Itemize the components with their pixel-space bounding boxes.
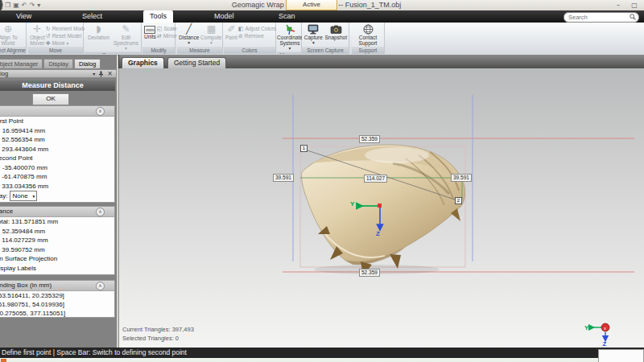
group-label: Object Alignment — [0, 47, 26, 54]
distance-section-header[interactable]: Distance ∧ — [0, 207, 114, 217]
ray-select[interactable]: None ▾ — [10, 191, 37, 201]
compute-icon: ▦ — [207, 24, 216, 35]
capture-button[interactable]: Capture ▾ — [303, 23, 324, 47]
first-point-label: First Point — [0, 117, 114, 126]
scene-canvas — [119, 68, 644, 348]
remove-button[interactable]: ⊘ Remove — [238, 33, 276, 39]
tab-select[interactable]: Select — [76, 10, 109, 23]
panel-tab-object-manager[interactable]: Object Manager — [0, 59, 43, 68]
current-triangles-label: Current Triangles: 397,493 — [122, 325, 194, 334]
deviation-button[interactable]: ◗ Deviation — [85, 23, 112, 51]
minimize-button[interactable]: – — [612, 2, 625, 9]
first-point-y: Y: 52.556354 mm — [0, 135, 114, 145]
deviation-icon: ◗ — [96, 24, 101, 35]
group-manage: Coordinate Systems ▾ Manage — [277, 23, 302, 54]
panel-tab-dialog[interactable]: Dialog — [74, 59, 101, 68]
move-button[interactable]: ✚ Move ▾ — [46, 40, 88, 47]
second-point-z: Z: 333.034356 mm — [0, 182, 114, 191]
view-orientation-axis-widget[interactable]: x Y Z — [584, 319, 617, 348]
second-point-label: Second Point — [0, 154, 114, 163]
group-screen-capture: Capture ▾ Snapshot Screen Capture — [302, 23, 349, 54]
reorient-model-icon: ↻ — [46, 26, 51, 32]
second-point-x: X: -35.400070 mm — [0, 163, 114, 173]
ribbon: ⊕ Align To World Object Alignment ✛ Obje… — [0, 23, 644, 56]
dialog-title: Measure Distance — [0, 80, 115, 91]
ray-label: Ray: — [0, 191, 7, 201]
align-to-world-button[interactable]: ⊕ Align To World — [0, 23, 25, 47]
collapse-icon[interactable]: ∧ — [96, 208, 105, 216]
panel-tabs: Object Manager Display Dialog — [0, 59, 101, 68]
dropdown-arrow-icon: ▾ — [210, 40, 213, 46]
nav-y-label: Y — [584, 324, 589, 331]
group-label: Measure — [177, 47, 222, 54]
adjust-colors-icon: ◧ — [238, 26, 244, 32]
line-section-header[interactable]: Line ∧ — [0, 106, 114, 117]
dropdown-arrow-icon: ▾ — [67, 40, 69, 47]
reset-model-button[interactable]: ↺ Reset Model — [46, 33, 88, 39]
panel-dropdown-icon[interactable]: ▾ — [93, 70, 95, 78]
reset-model-icon: ↺ — [46, 33, 51, 39]
bounding-box-section-box: Bounding Box (in mm) ∧ X: [-153.516411, … — [0, 280, 115, 318]
bounding-box-section-header[interactable]: Bounding Box (in mm) ∧ — [0, 281, 114, 291]
triad-y-label: Y — [350, 200, 354, 208]
panel-close-icon[interactable]: × — [107, 70, 113, 78]
dropdown-arrow-icon: ▾ — [289, 46, 291, 51]
contact-support-button[interactable]: Contact Support — [353, 23, 382, 47]
paint-button[interactable]: ✐ Paint — [225, 23, 238, 47]
tab-scan[interactable]: Scan — [272, 10, 302, 23]
dimension-height-right: 39.591 — [451, 174, 472, 182]
group-label: Colors — [224, 47, 275, 54]
first-point-z: Z: 293.443604 mm — [0, 145, 114, 154]
mirror-button[interactable]: ⇄ Mirror — [157, 33, 177, 39]
maximize-button[interactable]: ▢ — [628, 2, 641, 9]
measure-point-2-marker: 2 — [455, 197, 462, 204]
panel-tab-display[interactable]: Display — [43, 59, 73, 68]
search-icon — [630, 14, 636, 20]
tab-model[interactable]: Model — [208, 10, 241, 23]
adjust-colors-button[interactable]: ◧ Adjust Colors — [238, 26, 276, 32]
taskbar-app-icon[interactable] — [1, 359, 6, 362]
graphics-viewport[interactable]: 52.359 52.359 39.591 39.591 114.027 1 2 … — [118, 68, 644, 348]
group-label: Modify — [142, 47, 175, 54]
scale-icon: ◱ — [157, 26, 163, 32]
group-label: Move — [28, 47, 83, 54]
scale-button[interactable]: ◱ Scale — [157, 26, 177, 32]
search-input[interactable] — [567, 13, 630, 22]
select-arrow-icon: ▾ — [33, 192, 35, 200]
dialog-panel: Object Manager Display Dialog Dialog ▾ ×… — [0, 55, 117, 348]
dimension-width-bottom: 52.359 — [359, 269, 380, 277]
mirror-icon: ⇄ — [157, 33, 162, 39]
group-measure: ╱ Distance ▾ ▦ Compute ▾ Measure — [177, 23, 223, 54]
units-button[interactable]: mm Units — [143, 23, 157, 47]
snapshot-button[interactable]: Snapshot — [324, 23, 348, 47]
move-icon: ✚ — [46, 40, 51, 47]
on-surface-projection-checkbox[interactable]: On Surface Projection — [0, 254, 114, 264]
ok-button[interactable]: OK — [32, 93, 69, 105]
distance-button[interactable]: ╱ Distance ▾ — [178, 23, 200, 47]
pin-icon[interactable] — [98, 71, 104, 77]
dimension-height-left: 39.591 — [273, 174, 294, 182]
selected-triangles-label: Selected Triangles: 0 — [122, 334, 179, 343]
display-labels-checkbox[interactable]: Display Labels — [0, 264, 114, 274]
bbox-z-range: Z: [290.275055, 377.115051] — [0, 309, 114, 318]
group-object-alignment: ⊕ Align To World Object Alignment — [0, 23, 27, 54]
tab-tools[interactable]: Tools — [143, 10, 173, 23]
distance-total: Total: 131.571851 mm — [0, 217, 114, 227]
compute-button[interactable]: ▦ Compute ▾ — [200, 23, 222, 47]
status-field — [598, 349, 644, 362]
search-box[interactable] — [564, 12, 639, 23]
edit-spectrums-button[interactable]: ✎ Edit Spectrums ▾ — [112, 23, 140, 51]
group-label: Screen Capture — [302, 47, 349, 54]
tab-view[interactable]: View — [10, 10, 38, 23]
tab-graphics[interactable]: Graphics — [122, 57, 164, 68]
second-point-y: Y: -61.470875 mm — [0, 172, 114, 182]
collapse-icon[interactable]: ∧ — [96, 282, 105, 290]
dropdown-arrow-icon: ▾ — [125, 46, 127, 51]
reorient-model-button[interactable]: ↻ Reorient Model — [46, 26, 88, 32]
coordinate-systems-icon — [284, 24, 295, 35]
object-mover-button[interactable]: ✛ Object Mover — [29, 23, 46, 47]
dropdown-arrow-icon: ▾ — [188, 40, 190, 46]
collapse-icon[interactable]: ∧ — [96, 107, 105, 116]
coordinate-systems-button[interactable]: Coordinate Systems ▾ — [278, 23, 302, 51]
tab-getting-started[interactable]: Getting Started — [167, 57, 226, 68]
